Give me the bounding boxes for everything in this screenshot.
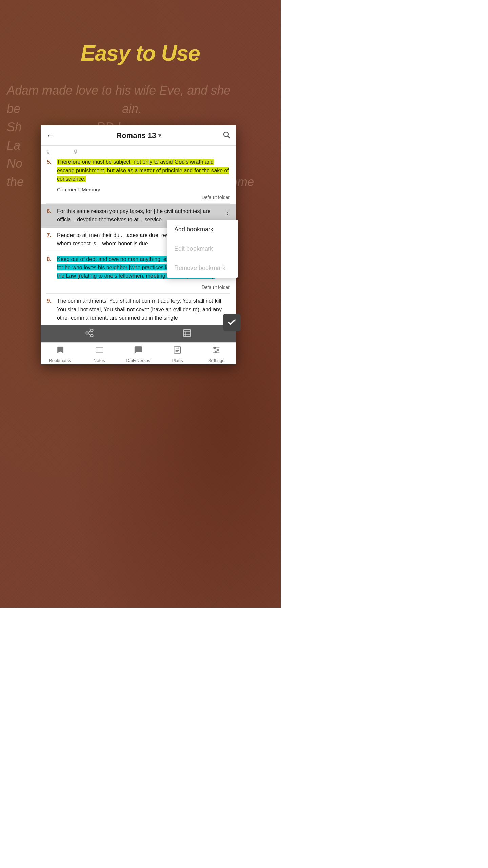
plans-icon [173,346,182,357]
svg-line-6 [88,331,91,333]
app-header: ← Romans 13 ▾ [41,125,236,146]
verse-5-highlighted: Therefore one must be subject, not only … [57,159,229,182]
verse-row-5: 5. Therefore one must be subject, not on… [41,155,236,186]
daily-verses-icon [134,346,143,357]
bookmarks-icon [56,346,65,357]
settings-icon [212,346,221,357]
verse-number-7: 7. [47,231,54,239]
nav-item-daily-verses[interactable]: Daily verses [125,346,152,363]
chapter-name: Romans 13 [116,131,156,140]
nav-label-notes: Notes [94,358,105,363]
nav-item-bookmarks[interactable]: Bookmarks [47,346,74,363]
nav-label-daily-verses: Daily verses [126,358,150,363]
verse-5-folder: Default folder [41,194,236,203]
three-dot-menu-icon[interactable]: ⋮ [224,208,231,216]
verse-5-comment: Comment: Memory [41,186,236,194]
page-title: Easy to Use [0,41,281,66]
verse-row-9: 9. The commandments, You shall not commi… [41,294,236,326]
context-menu-edit-bookmark: Edit bookmark [167,239,238,258]
chapter-title: Romans 13 ▾ [116,131,161,140]
check-button[interactable] [223,314,241,331]
svg-rect-7 [184,330,191,337]
svg-point-21 [214,347,216,349]
top-faded-text: g g [41,146,236,155]
verse-number-5: 5. [47,158,54,165]
svg-line-1 [228,136,230,138]
comment-label: Comment: Memory [57,186,100,192]
svg-point-23 [215,352,216,353]
svg-point-22 [217,349,219,351]
context-menu-add-bookmark[interactable]: Add bookmark [167,220,238,239]
nav-label-plans: Plans [172,358,183,363]
app-window: ← Romans 13 ▾ g g 5. Therefore one must … [41,125,236,364]
context-menu-remove-bookmark: Remove bookmark [167,258,238,278]
search-icon[interactable] [222,131,230,141]
nav-bar: Bookmarks Notes Daily verses [41,342,236,364]
nav-label-bookmarks: Bookmarks [49,358,71,363]
bottom-toolbar [41,326,236,342]
share-icon[interactable] [85,328,94,340]
nav-item-settings[interactable]: Settings [203,346,230,363]
verse-number-8: 8. [47,255,54,263]
chevron-down-icon[interactable]: ▾ [158,132,161,139]
verse-number-9: 9. [47,297,54,304]
context-menu: Add bookmark Edit bookmark Remove bookma… [167,220,238,278]
verse-number-6: 6. [47,207,54,215]
svg-line-5 [88,334,91,335]
verse-text-5[interactable]: Therefore one must be subject, not only … [57,158,230,183]
nav-item-notes[interactable]: Notes [86,346,113,363]
verse-8-folder: Default folder [41,284,236,293]
back-icon[interactable]: ← [46,130,55,141]
nav-item-plans[interactable]: Plans [164,346,191,363]
notes-icon [95,346,104,357]
verse-text-9: The commandments, You shall not commit a… [57,297,230,322]
comment-value: Memory [82,186,100,192]
bible-icon[interactable] [182,328,192,340]
nav-label-settings: Settings [208,358,224,363]
